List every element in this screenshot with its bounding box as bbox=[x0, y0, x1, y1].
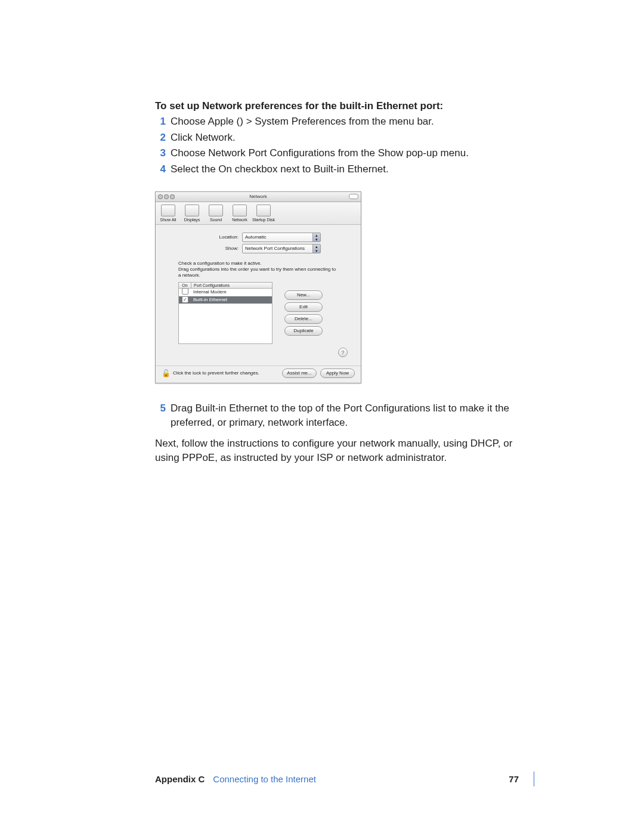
location-popup[interactable]: Automatic ▴▾ bbox=[242, 233, 321, 242]
step-number: 4 bbox=[155, 162, 166, 177]
duplicate-button[interactable]: Duplicate bbox=[284, 326, 323, 336]
location-label: Location: bbox=[196, 234, 239, 240]
page-footer: Appendix C Connecting to the Internet 77 bbox=[155, 774, 531, 784]
lock-icon[interactable]: 🔓 bbox=[162, 369, 171, 377]
on-checkbox[interactable] bbox=[182, 288, 188, 295]
table-row[interactable]: ✓ Built-in Ethernet bbox=[179, 296, 272, 304]
lock-text: Click the lock to prevent further change… bbox=[173, 370, 259, 376]
assist-button[interactable]: Assist me... bbox=[282, 368, 317, 378]
section-heading: To set up Network preferences for the bu… bbox=[155, 100, 537, 112]
new-button[interactable]: New... bbox=[284, 290, 323, 300]
popup-arrows-icon: ▴▾ bbox=[312, 244, 320, 253]
toolbar-item-network[interactable]: Network bbox=[231, 205, 249, 222]
apply-button[interactable]: Apply Now bbox=[320, 368, 355, 378]
appendix-label: Appendix C bbox=[155, 774, 205, 784]
table-row[interactable]: Internal Modem bbox=[179, 289, 272, 296]
footer-rule bbox=[534, 772, 534, 786]
network-prefs-screenshot: Network Show All Displays Sound Network … bbox=[155, 191, 361, 383]
show-value: Network Port Configurations bbox=[243, 246, 312, 251]
step-5: 5 Drag Built-in Ethernet to the top of t… bbox=[155, 401, 537, 431]
step-2: 2 Click Network. bbox=[155, 131, 537, 145]
step-number: 3 bbox=[155, 146, 166, 161]
show-popup[interactable]: Network Port Configurations ▴▾ bbox=[242, 244, 321, 253]
page-number: 77 bbox=[509, 774, 519, 784]
edit-button[interactable]: Edit bbox=[284, 302, 323, 312]
on-checkbox[interactable]: ✓ bbox=[182, 296, 188, 303]
toolbar-item-displays[interactable]: Displays bbox=[183, 205, 201, 222]
step-4: 4 Select the On checkbox next to Built-i… bbox=[155, 162, 537, 177]
port-name: Built-in Ethernet bbox=[191, 297, 272, 302]
step-text: Select the On checkbox next to Built-in … bbox=[171, 162, 389, 177]
step-text: Drag Built-in Ethernet to the top of the… bbox=[171, 401, 537, 431]
col-on: On bbox=[179, 283, 191, 288]
hint-text: Check a configuration to make it active.… bbox=[178, 261, 338, 278]
step-3: 3 Choose Network Port Configurations fro… bbox=[155, 146, 537, 161]
step-number: 1 bbox=[155, 114, 166, 129]
window-titlebar: Network bbox=[156, 192, 361, 202]
port-name: Internal Modem bbox=[191, 289, 272, 295]
window-title: Network bbox=[156, 194, 361, 199]
help-button[interactable]: ? bbox=[338, 348, 348, 357]
location-value: Automatic bbox=[243, 234, 312, 240]
chapter-title: Connecting to the Internet bbox=[213, 774, 316, 784]
show-label: Show: bbox=[196, 246, 239, 251]
prefs-toolbar: Show All Displays Sound Network Startup … bbox=[156, 202, 361, 225]
step-1: 1 Choose Apple () > System Preferences f… bbox=[155, 114, 537, 129]
delete-button[interactable]: Delete... bbox=[284, 314, 323, 324]
toolbar-item-sound[interactable]: Sound bbox=[207, 205, 225, 222]
port-config-table[interactable]: On Port Configurations Internal Modem ✓ … bbox=[178, 282, 273, 344]
step-number: 2 bbox=[155, 131, 166, 145]
step-number: 5 bbox=[155, 401, 166, 416]
popup-arrows-icon: ▴▾ bbox=[312, 233, 320, 241]
step-text: Click Network. bbox=[171, 131, 236, 145]
step-text: Choose Network Port Configurations from … bbox=[171, 146, 469, 161]
toolbar-item-startupdisk[interactable]: Startup Disk bbox=[255, 205, 273, 222]
followup-paragraph: Next, follow the instructions to configu… bbox=[155, 436, 537, 466]
toolbar-item-showall[interactable]: Show All bbox=[159, 205, 177, 222]
col-port: Port Configurations bbox=[191, 283, 272, 288]
